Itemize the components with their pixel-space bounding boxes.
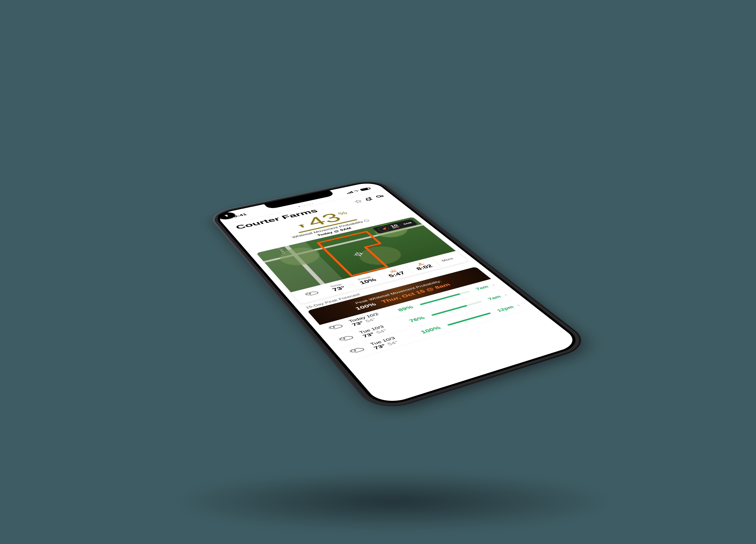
forecast-probability: 100%	[419, 325, 442, 335]
peak-label: Peak Whitetail Movement Probability:	[317, 271, 476, 315]
info-icon[interactable]: i	[363, 219, 370, 222]
forecast-probability: 76%	[408, 315, 426, 323]
forecast-hi: 73°	[372, 343, 387, 350]
svg-point-1	[306, 293, 311, 295]
forecast-row[interactable]: Tue 10/3 73°54° 76% 7am ›	[330, 289, 516, 348]
deer-icon	[294, 222, 311, 230]
svg-point-2	[329, 326, 335, 329]
weather-partly-cloudy-icon	[306, 294, 321, 299]
forecast-lo: 54°	[364, 317, 377, 323]
favorite-star-icon[interactable]	[353, 199, 363, 203]
peak-percent: 100%	[354, 302, 377, 311]
svg-point-3	[340, 337, 345, 340]
probability-bar	[447, 313, 491, 326]
forecast-row[interactable]: Tue 10/3 73°54° 100% 12pm ›	[340, 299, 529, 361]
forecast-list: Today 10/2 73°54° 89% 7am ›	[320, 279, 529, 361]
chevron-right-icon: ›	[490, 283, 496, 287]
more-label: More	[436, 256, 459, 263]
weather-partly-cloudy-icon	[326, 322, 349, 333]
forecast-hi: 73°	[351, 320, 365, 327]
search-menu-icon[interactable]	[374, 194, 385, 199]
temp-cell[interactable]: Temp 73°	[320, 280, 356, 295]
chevron-right-icon: ›	[515, 303, 521, 307]
forecast-hi: 73°	[361, 332, 376, 338]
notifications-bell-icon[interactable]	[363, 197, 374, 201]
deer-head-icon	[221, 213, 233, 218]
forecast-day: Tue 10/3	[369, 330, 417, 346]
forecast-probability: 89%	[397, 305, 415, 312]
forecast-day: Tue 10/3	[358, 319, 405, 334]
phone-frame: 8:41	[208, 178, 592, 412]
wifi-icon	[354, 190, 360, 192]
svg-point-4	[350, 349, 356, 353]
wind-time: 9AM	[400, 221, 413, 226]
peak-banner[interactable]: Peak Whitetail Movement Probability: 100…	[307, 267, 491, 325]
more-button[interactable]: More	[434, 255, 460, 264]
forecast-day: Today 10/2	[348, 309, 394, 323]
peak-datetime: Thur, Oct 15 @ 8am	[380, 282, 452, 304]
temp-label: Temp	[321, 281, 350, 290]
probability-bar	[420, 291, 470, 305]
forecast-lo: 54°	[386, 340, 400, 346]
temp-value: 73°	[323, 283, 354, 294]
forecast-lo: 54°	[375, 329, 388, 335]
score-percent-sign: %	[336, 210, 349, 216]
compass-icon	[376, 226, 391, 232]
precip-value: 10%	[353, 276, 383, 287]
chevron-right-icon: ›	[502, 293, 509, 297]
forecast-peak-time: 12pm	[496, 305, 515, 313]
forecast-peak-time: 7am	[474, 285, 490, 291]
forecast-row[interactable]: Today 10/2 73°54° 89% 7am ›	[320, 279, 503, 337]
forecast-peak-time: 7am	[487, 295, 502, 301]
probability-bar	[431, 301, 482, 316]
sunrise-icon	[389, 270, 398, 274]
svg-point-0	[376, 195, 381, 198]
weather-partly-cloudy-icon	[336, 333, 360, 344]
weather-partly-cloudy-icon	[347, 345, 371, 357]
cellular-signal-icon	[346, 191, 354, 194]
precip-label: Precip.	[351, 274, 379, 283]
precip-cell[interactable]: Precip. 10%	[349, 273, 385, 288]
app-screen: 8:41	[215, 181, 582, 406]
